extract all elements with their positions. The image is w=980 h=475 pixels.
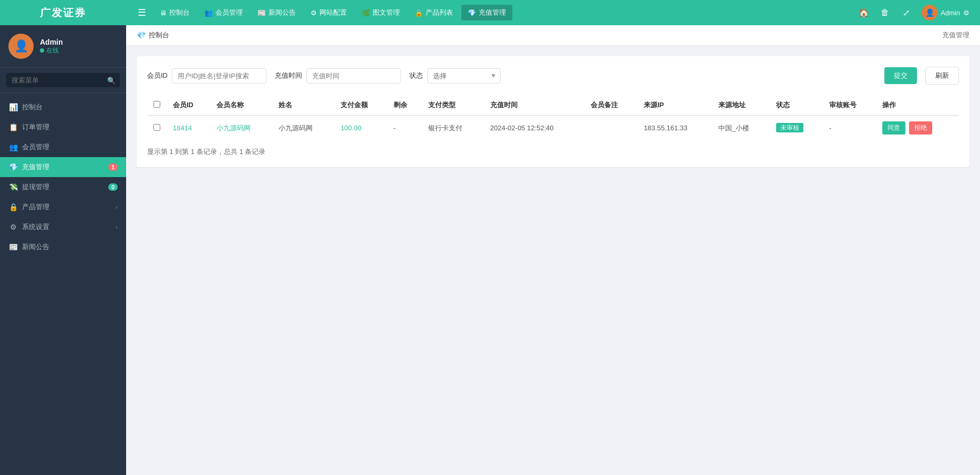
user-settings-icon: ⚙: [963, 9, 969, 17]
logo: 广发证券: [0, 0, 126, 25]
col-source-ip: 来源IP: [637, 95, 712, 116]
breadcrumb-icon: 💎: [137, 31, 146, 39]
col-amount: 支付金额: [334, 95, 387, 116]
status-label: 状态: [409, 71, 423, 80]
news-nav-icon: 📰: [257, 9, 266, 17]
product-arrow-icon: ‹: [116, 204, 118, 210]
sidebar-item-order[interactable]: 📋 订单管理: [0, 117, 126, 137]
member-id-label: 会员ID: [147, 71, 168, 80]
recharge-badge: 1: [108, 163, 118, 171]
member-name-link[interactable]: 小九源码网: [216, 124, 251, 132]
sidebar-item-withdraw[interactable]: 💸 提现管理 0: [0, 177, 126, 197]
member-id-link[interactable]: 18414: [173, 124, 192, 132]
search-icon: 🔍: [107, 76, 116, 84]
profile-status: 在线: [40, 46, 63, 55]
nav-dashboard[interactable]: 🖥 控制台: [153, 5, 196, 20]
cell-status: 未审核: [770, 116, 823, 140]
media-nav-icon: 🌿: [362, 9, 370, 17]
nav-member[interactable]: 👥 会员管理: [198, 5, 249, 20]
recharge-time-filter-group: 充值时间: [275, 68, 401, 84]
sidebar-item-recharge[interactable]: 💎 充值管理 1: [0, 157, 126, 177]
sidebar-search-area: 🔍: [0, 68, 126, 93]
sidebar-item-dashboard[interactable]: 📊 控制台: [0, 97, 126, 117]
breadcrumb: 💎 控制台: [137, 30, 169, 40]
order-icon: 📋: [8, 123, 18, 131]
cell-recharge-time: 2024-02-05 12:52:40: [484, 116, 585, 140]
member-id-input[interactable]: [172, 68, 266, 84]
agree-button[interactable]: 同意: [882, 121, 905, 135]
user-avatar-small: 👤: [922, 5, 937, 20]
cell-remaining: -: [387, 116, 422, 140]
cell-source-addr: 中国_小楼: [712, 116, 770, 140]
col-source-addr: 来源地址: [712, 95, 770, 116]
nav-media[interactable]: 🌿 图文管理: [355, 5, 406, 20]
delete-icon-btn[interactable]: 🗑: [875, 3, 894, 22]
col-remaining: 剩余: [387, 95, 422, 116]
col-real-name: 姓名: [272, 95, 334, 116]
table-row: 18414 小九源码网 小九源码网 100.00 - 银行卡支: [147, 116, 959, 140]
sidebar-item-system[interactable]: ⚙ 系统设置 ‹: [0, 217, 126, 237]
reject-button[interactable]: 拒绝: [909, 121, 932, 135]
select-all-checkbox[interactable]: [153, 101, 160, 108]
nav-site-config[interactable]: ⚙ 网站配置: [304, 5, 353, 20]
cell-remark: [584, 116, 637, 140]
row-checkbox[interactable]: [153, 124, 160, 131]
news-icon: 📰: [8, 243, 18, 251]
sidebar-item-member[interactable]: 👥 会员管理: [0, 137, 126, 157]
product-icon: 🔒: [8, 203, 18, 211]
profile-name: Admin: [40, 38, 63, 46]
withdraw-badge: 0: [108, 183, 118, 191]
nav-news[interactable]: 📰 新闻公告: [251, 5, 302, 20]
nav-recharge[interactable]: 💎 充值管理: [461, 5, 512, 20]
col-member-name: 会员名称: [210, 95, 272, 116]
hamburger-button[interactable]: ☰: [132, 4, 151, 22]
search-input[interactable]: [6, 73, 120, 87]
amount-link[interactable]: 100.00: [341, 124, 362, 132]
recharge-nav-icon: 💎: [468, 9, 476, 17]
status-dot: [40, 48, 44, 53]
top-navigation: ☰ 🖥 控制台 👥 会员管理 📰 新闻公告 ⚙ 网站配置 🌿 图文管理 🔒 产品…: [126, 0, 980, 25]
filter-row: 会员ID 充值时间 状态 选择 未审核 已同意: [147, 67, 959, 85]
avatar: 👤: [8, 34, 34, 59]
dashboard-nav-icon: 🖥: [160, 9, 167, 17]
cell-actions: 同意 拒绝: [876, 116, 960, 140]
cell-pay-type: 银行卡支付: [422, 116, 484, 140]
sidebar-item-news[interactable]: 📰 新闻公告: [0, 237, 126, 257]
recharge-icon: 💎: [8, 163, 18, 171]
member-id-filter-group: 会员ID: [147, 68, 266, 84]
cell-member-id: 18414: [167, 116, 210, 140]
cell-amount: 100.00: [334, 116, 387, 140]
cell-source-ip: 183.55.161.33: [637, 116, 712, 140]
user-menu[interactable]: 👤 Admin ⚙: [917, 3, 974, 23]
status-filter-group: 状态 选择 未审核 已同意 已拒绝 ▼: [409, 68, 501, 84]
system-icon: ⚙: [8, 223, 18, 231]
recharge-time-input[interactable]: [306, 68, 401, 84]
site-config-nav-icon: ⚙: [311, 9, 317, 17]
sidebar: 👤 Admin 在线 🔍 📊 控制台 📋 订单管理: [0, 25, 126, 475]
sidebar-profile: 👤 Admin 在线: [0, 25, 126, 68]
home-icon-btn[interactable]: 🏠: [854, 3, 873, 22]
page-title: 充值管理: [942, 30, 969, 40]
withdraw-icon: 💸: [8, 183, 18, 191]
product-list-nav-icon: 🔒: [415, 9, 423, 17]
status-select[interactable]: 选择 未审核 已同意 已拒绝: [427, 68, 501, 84]
cell-member-name: 小九源码网: [210, 116, 272, 140]
col-remark: 会员备注: [584, 95, 637, 116]
table-container: 会员ID 会员名称 姓名 支付金额 剩余 支付类型 充值时间 会员备注 来源IP…: [147, 95, 959, 140]
pagination-info: 显示第 1 到第 1 条记录，总共 1 条记录: [147, 147, 959, 157]
sidebar-item-product[interactable]: 🔒 产品管理 ‹: [0, 197, 126, 217]
col-status: 状态: [770, 95, 823, 116]
fullscreen-icon-btn[interactable]: ⤢: [896, 3, 915, 22]
submit-button[interactable]: 提交: [884, 67, 917, 84]
table-header-row: 会员ID 会员名称 姓名 支付金额 剩余 支付类型 充值时间 会员备注 来源IP…: [147, 95, 959, 116]
member-icon: 👥: [8, 143, 18, 151]
nav-product-list[interactable]: 🔒 产品列表: [408, 5, 459, 20]
cell-reviewer: -: [823, 116, 876, 140]
col-pay-type: 支付类型: [422, 95, 484, 116]
sidebar-nav: 📊 控制台 📋 订单管理 👥 会员管理 💎 充值管理 1 💸 提现管理 0: [0, 93, 126, 475]
main-card: 会员ID 充值时间 状态 选择 未审核 已同意: [137, 56, 969, 167]
refresh-button[interactable]: 刷新: [925, 67, 959, 85]
recharge-table: 会员ID 会员名称 姓名 支付金额 剩余 支付类型 充值时间 会员备注 来源IP…: [147, 95, 959, 140]
content-area: 会员ID 充值时间 状态 选择 未审核 已同意: [126, 46, 980, 475]
system-arrow-icon: ‹: [116, 224, 118, 230]
